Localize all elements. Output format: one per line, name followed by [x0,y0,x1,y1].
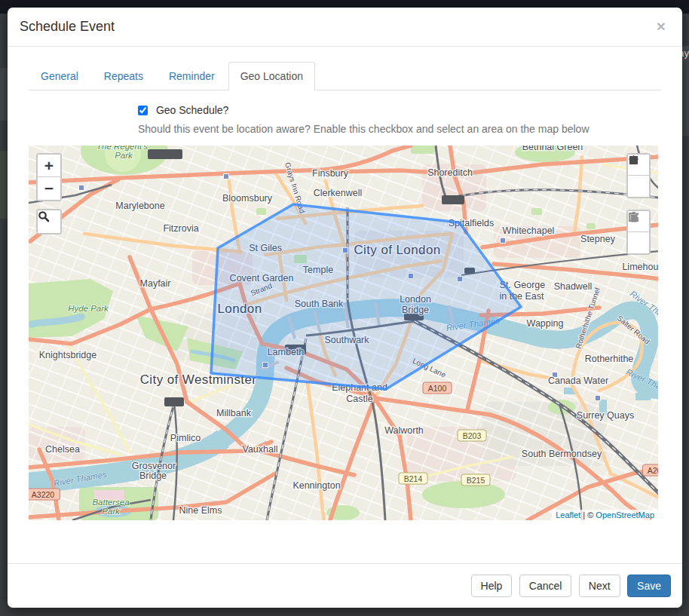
trash-icon [628,211,640,223]
search-control [36,209,62,234]
map-label: Hyde Park [68,304,109,313]
map-label: Finsbury [312,168,349,179]
map-label: Bridge [139,470,167,481]
map-tiles[interactable]: A3220A100B203B214B215A20 LondonCity of L… [29,146,658,520]
map-label: Marylebone [115,201,164,211]
road-badge: A100 [423,382,452,394]
svg-text:A20: A20 [648,466,658,475]
schedule-event-dialog: Schedule Event × General Repeats Reminde… [8,8,682,608]
map-label: Bloomsbury [222,193,273,204]
map-label: Rotherhithe [585,354,634,364]
delete-shape-button[interactable] [628,232,649,253]
geo-schedule-label[interactable]: Geo Schedule? [138,104,228,116]
svg-text:B215: B215 [467,476,485,485]
leaflet-map[interactable]: A3220A100B203B214B215A20 LondonCity of L… [29,146,658,520]
map-label: Stepney [580,234,616,244]
svg-text:B214: B214 [404,474,423,483]
map-label: Limehouse [622,262,658,272]
station-marker [224,174,229,179]
road-badge: B215 [461,474,490,486]
map-label: Nine Elms [179,505,222,516]
zoom-control: + − [36,153,62,201]
map-label: Park [115,151,133,160]
map-label: South Bermondsey [522,449,602,459]
svg-text:A100: A100 [428,384,447,393]
save-button[interactable]: Save [627,575,671,597]
tab-reminder[interactable]: Reminder [157,62,227,90]
map-label: Walworth [384,425,424,436]
search-icon [38,210,50,222]
map-label: Chelsea [45,444,80,455]
road-badge: B203 [458,430,486,441]
map-label: Battersea [92,498,129,507]
map-label: Shadwell [554,281,593,292]
map-label: The Regent's [96,146,148,151]
map-label: Castle [346,394,372,404]
close-icon[interactable]: × [652,17,670,35]
svg-text:A3220: A3220 [32,490,55,499]
map-label: Shoreditch [427,167,473,178]
station-marker [79,185,84,191]
geo-location-panel: Geo Schedule? Should this event be locat… [29,104,661,520]
dialog-footer: Help Cancel Next Save [8,563,682,608]
road-badge: B214 [399,473,427,484]
map-label: Whitechapel [503,225,555,236]
background-band [0,68,8,121]
map-label: Surrey Quays [577,410,634,421]
search-button[interactable] [38,210,60,233]
station-marker [501,238,506,244]
map-label: Mayfair [140,278,171,289]
map-label: Wapping [527,318,564,329]
edit-toolbar [626,210,651,255]
next-button[interactable]: Next [579,575,620,597]
geo-help-text: Should this event be location aware? Ena… [138,123,661,135]
zoom-in-button[interactable]: + [38,155,60,177]
zoom-out-button[interactable]: − [38,177,60,200]
dialog-body: General Repeats Reminder Geo Location Ge… [8,47,682,563]
draw-rectangle-button[interactable] [628,176,649,197]
map-label: Kennington [292,480,340,491]
road-badge: A20 [643,464,659,476]
draw-toolbar [626,153,651,198]
leaflet-link[interactable]: Leaflet [556,510,580,519]
openstreetmap-link[interactable]: OpenStreetMap [596,510,654,519]
map-label: Millbank [216,408,252,418]
map-label: Knightsbridge [39,350,96,360]
map-label: Canada Water [548,375,608,386]
background-band [681,60,689,136]
map-label: Park [102,507,121,516]
tab-repeats[interactable]: Repeats [92,62,155,90]
tab-general[interactable]: General [29,62,90,90]
road-badge: A3220 [29,489,60,500]
map-label: Vauxhall [242,444,277,455]
tab-geo-location[interactable]: Geo Location [228,62,315,90]
map-label: Grosvenor [132,461,176,471]
map-attribution: Leaflet | © OpenStreetMap [552,510,658,520]
cancel-button[interactable]: Cancel [519,575,572,597]
background-band [0,151,8,219]
geo-schedule-checkbox[interactable] [138,106,148,115]
map-label: Bethnal Green [522,146,583,152]
dialog-header: Schedule Event × [8,8,682,47]
station-marker [596,396,601,401]
background-page-fragment: ay [681,46,689,61]
map-label: Clerkenwell [314,188,363,198]
map-label: Pimlico [170,433,201,443]
map-label: Fitzrovia [163,223,198,234]
dialog-title: Schedule Event [20,19,115,34]
rectangle-icon [628,155,639,166]
svg-text:B203: B203 [463,431,482,440]
help-button[interactable]: Help [471,575,513,597]
tab-bar: General Repeats Reminder Geo Location [29,62,661,90]
